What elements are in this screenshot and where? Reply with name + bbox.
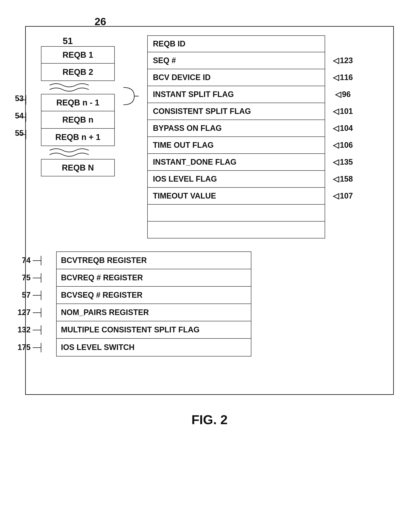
reqb1-box: REQB 1 bbox=[41, 46, 115, 64]
side-label-106: ◁ 106 bbox=[333, 141, 353, 150]
left-column: 51 REQB 1 REQB 2 bbox=[35, 46, 121, 176]
side-label-116: ◁ 116 bbox=[333, 73, 353, 82]
side-label-123: ◁ 123 bbox=[333, 56, 353, 65]
field-timeout-value: TIMEOUT VALUE ◁ 107 bbox=[147, 188, 325, 205]
reg-label-132: 132 ─┤ bbox=[18, 325, 44, 334]
reg-ios-level-switch: IOS LEVEL SWITCH 175 ─┤ bbox=[57, 339, 251, 356]
inner-label-51: 51 bbox=[63, 36, 73, 46]
reqbn1-box: REQB n + 1 bbox=[41, 129, 115, 146]
reg-label-127: 127 ─┤ bbox=[18, 308, 44, 317]
field-time-out-flag: TIME OUT FLAG ◁ 106 bbox=[147, 137, 325, 154]
reg-nom-pairs: NOM_PAIRS REGISTER 127 ─┤ bbox=[57, 304, 251, 321]
field-consistent-split-flag: CONSISTENT SPLIT FLAG ◁ 101 bbox=[147, 103, 325, 120]
side-label-158: ◁ 158 bbox=[333, 174, 353, 184]
gap-squiggle-bottom bbox=[41, 146, 115, 159]
reg-bcvreq: BCVREQ # REGISTER 75 ─┤ bbox=[57, 269, 251, 287]
side-label-135: ◁ 135 bbox=[333, 158, 353, 167]
field-instant-done-flag: INSTANT_DONE FLAG ◁ 135 bbox=[147, 154, 325, 171]
field-empty2 bbox=[147, 222, 325, 239]
reqbN-box: REQB N bbox=[41, 159, 115, 176]
field-reqb-id: REQB ID bbox=[147, 35, 325, 52]
top-section: 51 REQB 1 REQB 2 bbox=[35, 35, 384, 239]
reqbn-box: REQB n bbox=[41, 111, 115, 129]
arrow-53: ─┤ bbox=[18, 95, 29, 104]
reg-multi-consistent: MULTIPLE CONSISTENT SPLIT FLAG 132 ─┤ bbox=[57, 321, 251, 339]
reqbn-1-box: REQB n - 1 bbox=[41, 94, 115, 111]
side-label-104: ◁ 104 bbox=[333, 124, 353, 133]
register-table: BCVTREQB REGISTER 74 ─┤ BCVREQ # REGISTE… bbox=[56, 252, 251, 357]
side-label-107: ◁ 107 bbox=[333, 191, 353, 200]
reqb2-box: REQB 2 bbox=[41, 64, 115, 81]
curly-brace-area bbox=[121, 53, 139, 174]
reg-label-75: 75 ─┤ bbox=[22, 273, 44, 282]
reg-bcvtreqb: BCVTREQB REGISTER 74 ─┤ bbox=[57, 252, 251, 269]
field-bypass-on-flag: BYPASS ON FLAG ◁ 104 bbox=[147, 120, 325, 137]
gap-squiggle-top bbox=[41, 81, 115, 94]
reg-label-57: 57 ─┤ bbox=[22, 291, 44, 300]
arrow-54: ─┤ bbox=[18, 112, 29, 121]
field-seq: SEQ # ◁ 123 bbox=[147, 52, 325, 69]
bottom-section: BCVTREQB REGISTER 74 ─┤ BCVREQ # REGISTE… bbox=[56, 252, 384, 357]
side-label-96: ◁ 96 bbox=[335, 90, 351, 99]
outer-label: 26 bbox=[94, 16, 106, 27]
outer-box-26: 51 REQB 1 REQB 2 bbox=[25, 26, 394, 395]
arrow-55: ─┤ bbox=[18, 130, 29, 139]
middle-reqb-group: 53 ─┤ REQB n - 1 54 ─┤ REQB n bbox=[41, 94, 115, 146]
reg-bcvseq: BCVSEQ # REGISTER 57 ─┤ bbox=[57, 287, 251, 304]
reg-label-175: 175 ─┤ bbox=[18, 343, 44, 352]
field-instant-split-flag: INSTANT SPLIT FLAG ◁ 96 bbox=[147, 86, 325, 103]
reg-label-74: 74 ─┤ bbox=[22, 256, 44, 265]
field-empty1 bbox=[147, 205, 325, 222]
right-column: REQB ID SEQ # ◁ 123 BCV DEVICE ID bbox=[147, 35, 325, 239]
field-bcv-device-id: BCV DEVICE ID ◁ 116 bbox=[147, 69, 325, 86]
side-label-101: ◁ 101 bbox=[333, 107, 353, 116]
field-ios-level-flag: IOS LEVEL FLAG ◁ 158 bbox=[147, 171, 325, 188]
page: 26 51 REQB 1 REQB 2 bbox=[0, 0, 419, 532]
fig-label: FIG. 2 bbox=[192, 412, 228, 427]
